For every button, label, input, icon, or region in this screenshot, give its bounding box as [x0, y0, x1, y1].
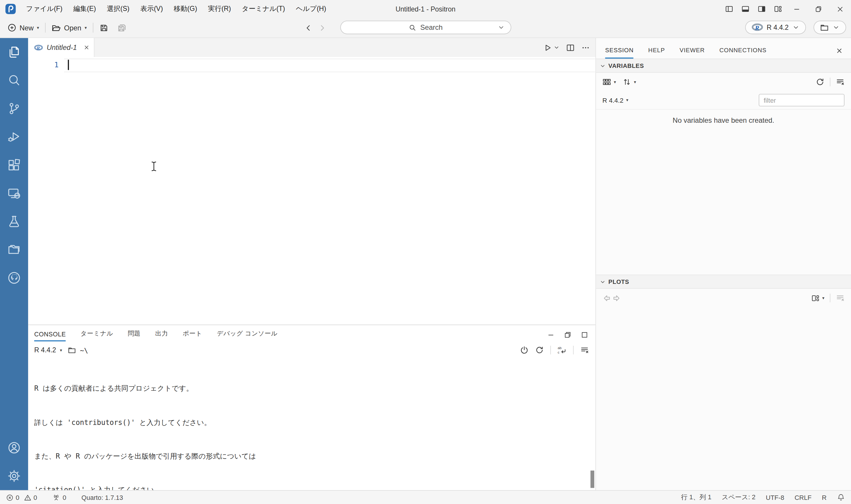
- menu-file[interactable]: ファイル(F): [21, 0, 68, 18]
- account-icon[interactable]: [0, 434, 28, 462]
- console-runtime-label[interactable]: R 4.4.2: [34, 346, 56, 354]
- word-wrap-icon[interactable]: abc: [557, 345, 566, 355]
- svg-text:R: R: [755, 24, 759, 32]
- chevron-down-icon: [600, 62, 605, 69]
- close-window-icon[interactable]: [829, 0, 851, 18]
- menu-go[interactable]: 移動(G): [168, 0, 202, 18]
- github-icon[interactable]: [0, 264, 28, 292]
- indentation[interactable]: スペース: 2: [722, 493, 755, 502]
- problems-status[interactable]: 0 0: [6, 494, 37, 501]
- settings-gear-icon[interactable]: [0, 462, 28, 490]
- maximize-panel-icon[interactable]: [581, 331, 589, 339]
- variables-section-header[interactable]: VARIABLES: [596, 59, 851, 73]
- tab-problems[interactable]: 問題: [128, 329, 141, 341]
- tab-session[interactable]: SESSION: [605, 47, 634, 58]
- language-mode[interactable]: R: [822, 494, 827, 501]
- restore-window-icon[interactable]: [808, 0, 830, 18]
- run-file-icon[interactable]: [543, 43, 552, 52]
- source-control-icon[interactable]: [0, 94, 28, 123]
- menu-run[interactable]: 実行(R): [202, 0, 236, 18]
- previous-plot-icon[interactable]: [602, 293, 612, 303]
- variables-filter-input[interactable]: [759, 94, 845, 106]
- status-bar: 0 0 0 Quarto: 1.7.13 行 1、列 1 スペース: 2 UTF…: [0, 490, 851, 504]
- open-button[interactable]: Open ▾: [47, 21, 91, 35]
- more-actions-icon[interactable]: [581, 43, 590, 52]
- code-editor[interactable]: 1: [28, 57, 596, 325]
- new-button[interactable]: New ▾: [3, 21, 43, 35]
- restart-console-icon[interactable]: [535, 346, 544, 354]
- svg-text:c: c: [558, 350, 559, 354]
- customize-layout-icon[interactable]: [769, 0, 786, 18]
- folders-icon[interactable]: [0, 235, 28, 264]
- console-output[interactable]: R は多くの貢献者による共同プロジェクトです。 詳しくは 'contributo…: [28, 359, 596, 490]
- ports-status[interactable]: 0: [52, 493, 66, 502]
- menu-selection[interactable]: 選択(S): [102, 0, 135, 18]
- tab-help[interactable]: HELP: [648, 47, 665, 58]
- tab-connections-label: CONNECTIONS: [719, 47, 766, 53]
- console-sessions-icon[interactable]: [0, 179, 28, 208]
- workspace-folder-selector[interactable]: [814, 21, 846, 34]
- sort-variables-button[interactable]: ▾: [622, 78, 636, 86]
- tab-console[interactable]: CONSOLE: [34, 331, 66, 341]
- interpreter-selector[interactable]: R R 4.4.2: [745, 21, 806, 34]
- save-button[interactable]: [95, 21, 113, 35]
- minimize-panel-icon[interactable]: [547, 331, 555, 339]
- clear-console-icon[interactable]: [580, 346, 589, 354]
- tab-untitled-1[interactable]: R Untitled-1: [28, 38, 94, 57]
- run-dropdown-chevron-icon[interactable]: [554, 44, 559, 51]
- clear-variables-icon[interactable]: [836, 78, 845, 86]
- console-scrollbar-thumb[interactable]: [591, 471, 594, 488]
- search-input[interactable]: Search: [340, 21, 511, 34]
- working-directory-folder-icon: [68, 346, 76, 354]
- menu-help[interactable]: ヘルプ(H): [290, 0, 331, 18]
- plots-section-header[interactable]: PLOTS: [596, 275, 851, 289]
- sidebar-tab-bar: SESSION HELP VIEWER CONNECTIONS: [596, 38, 851, 59]
- testing-icon[interactable]: [0, 208, 28, 236]
- save-all-button[interactable]: [113, 21, 131, 35]
- restore-panel-icon[interactable]: [564, 331, 572, 339]
- tab-help-label: HELP: [648, 47, 665, 53]
- tab-debug-console[interactable]: デバッグ コンソール: [217, 329, 278, 341]
- next-plot-icon[interactable]: [612, 293, 621, 303]
- toggle-primary-sidebar-icon[interactable]: [721, 0, 737, 18]
- navigate-forward-icon[interactable]: [318, 24, 326, 32]
- clear-plots-icon[interactable]: [836, 294, 845, 302]
- run-debug-icon[interactable]: [0, 123, 28, 151]
- tab-viewer[interactable]: VIEWER: [680, 47, 705, 58]
- chevron-down-icon: ▾: [614, 79, 616, 84]
- chevron-down-icon: [832, 24, 839, 31]
- toggle-secondary-sidebar-icon[interactable]: [753, 0, 769, 18]
- tab-ports[interactable]: ポート: [183, 329, 202, 341]
- close-sidebar-icon[interactable]: [836, 47, 843, 54]
- toggle-panel-icon[interactable]: [737, 0, 753, 18]
- tab-connections[interactable]: CONNECTIONS: [719, 47, 766, 58]
- extensions-icon[interactable]: [0, 151, 28, 179]
- shutdown-console-icon[interactable]: [520, 346, 528, 354]
- search-view-icon[interactable]: [0, 66, 28, 94]
- group-variables-button[interactable]: ▾: [602, 78, 616, 86]
- notifications-bell-icon[interactable]: [837, 493, 845, 502]
- menu-terminal[interactable]: ターミナル(T): [236, 0, 290, 18]
- minimize-window-icon[interactable]: [786, 0, 808, 18]
- secondary-sidebar: SESSION HELP VIEWER CONNECTIONS VARIABLE…: [596, 38, 851, 490]
- close-tab-icon[interactable]: [84, 44, 89, 51]
- menu-edit[interactable]: 編集(E): [68, 0, 101, 18]
- navigate-back-icon[interactable]: [305, 24, 313, 32]
- quarto-version[interactable]: Quarto: 1.7.13: [82, 494, 123, 501]
- split-editor-icon[interactable]: [566, 43, 575, 52]
- tab-console-label: CONSOLE: [34, 331, 66, 338]
- refresh-variables-icon[interactable]: [816, 78, 824, 86]
- plot-layout-button[interactable]: ▾: [812, 294, 825, 302]
- menu-view[interactable]: 表示(V): [135, 0, 168, 18]
- open-folder-icon: [52, 23, 61, 32]
- encoding[interactable]: UTF-8: [766, 494, 784, 501]
- tab-output[interactable]: 出力: [155, 329, 168, 341]
- eol-sequence[interactable]: CRLF: [795, 494, 812, 501]
- window-title: Untitled-1 - Positron: [395, 5, 455, 13]
- r-file-icon: R: [34, 44, 43, 51]
- cursor-position[interactable]: 行 1、列 1: [681, 493, 711, 502]
- tab-terminal[interactable]: ターミナル: [80, 329, 113, 341]
- tab-title: Untitled-1: [47, 43, 77, 52]
- explorer-icon[interactable]: [0, 38, 28, 66]
- variables-runtime-label[interactable]: R 4.4.2: [602, 96, 623, 104]
